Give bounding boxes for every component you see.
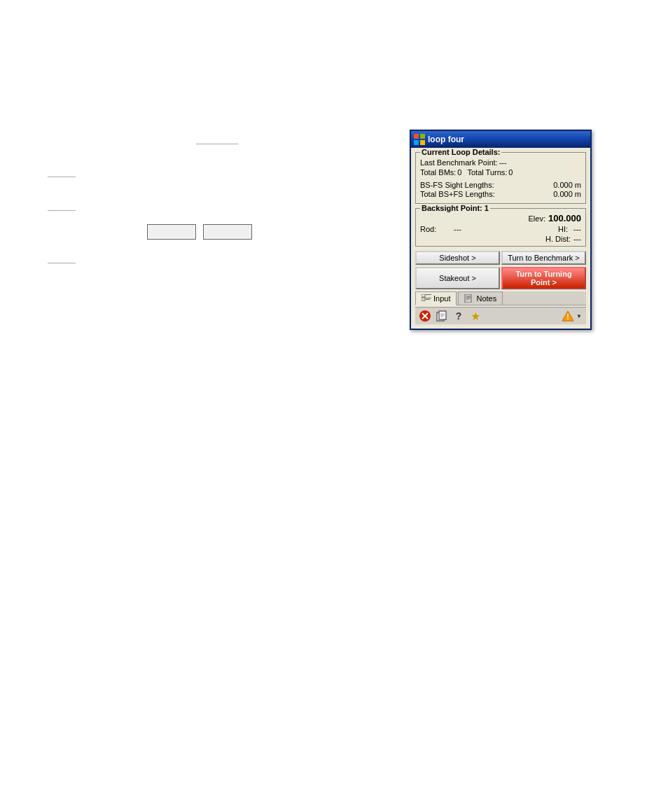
alert-toolbar-icon[interactable]: ! bbox=[561, 309, 575, 323]
main-window: loop four Current Loop Details: Last Ben… bbox=[410, 130, 592, 330]
window-body: Current Loop Details: Last Benchmark Poi… bbox=[411, 148, 590, 329]
close-toolbar-icon[interactable] bbox=[418, 309, 432, 323]
titlebar: loop four bbox=[411, 131, 590, 148]
svg-rect-9 bbox=[465, 294, 471, 303]
input-tab-icon bbox=[422, 294, 431, 303]
tab-input[interactable]: Input bbox=[415, 291, 457, 305]
svg-rect-8 bbox=[426, 299, 430, 300]
bs-fs-value: 0.000 m bbox=[553, 181, 581, 189]
last-bm-value: --- bbox=[499, 158, 507, 167]
copy-toolbar-icon[interactable] bbox=[435, 309, 449, 323]
background-page: ——— bbox=[0, 0, 668, 812]
notes-tab-label: Notes bbox=[476, 294, 496, 303]
svg-rect-4 bbox=[422, 294, 425, 297]
star-icon-label: ★ bbox=[471, 310, 480, 323]
rod-label: Rod: bbox=[420, 225, 448, 233]
window-title: loop four bbox=[428, 135, 587, 144]
input-tab-label: Input bbox=[433, 294, 450, 303]
turn-to-benchmark-button[interactable]: Turn to Benchmark > bbox=[501, 251, 586, 265]
current-loop-content: Last Benchmark Point: --- Total BMs: 0 T… bbox=[420, 158, 581, 198]
bottom-toolbar: ? ★ ! ▼ bbox=[415, 307, 586, 324]
current-loop-title: Current Loop Details: bbox=[420, 148, 501, 156]
last-bm-label: Last Benchmark Point: bbox=[420, 158, 498, 167]
action-row-2: Stakeout > Turn to Turning Point > bbox=[415, 267, 586, 289]
elev-label: Elev: bbox=[529, 214, 545, 223]
svg-rect-1 bbox=[420, 134, 425, 139]
bg-underline-1 bbox=[196, 144, 238, 144]
help-icon-label: ? bbox=[456, 310, 462, 322]
total-turns-value: 0 bbox=[508, 168, 513, 177]
total-bs-fs-row: Total BS+FS Lengths: 0.000 m bbox=[420, 190, 581, 198]
bg-button-2[interactable] bbox=[203, 224, 252, 240]
bs-fs-sight-row: BS-FS Sight Lengths: 0.000 m bbox=[420, 181, 581, 189]
svg-rect-0 bbox=[414, 134, 419, 139]
toolbar-right-section: ! ▼ bbox=[561, 309, 583, 323]
hi-label: HI: bbox=[547, 225, 568, 233]
action-row-1: Sideshot > Turn to Benchmark > bbox=[415, 251, 586, 265]
notes-tab-icon bbox=[464, 294, 474, 303]
hi-value: --- bbox=[573, 225, 581, 233]
tab-notes[interactable]: Notes bbox=[458, 291, 503, 305]
total-bs-fs-value: 0.000 m bbox=[553, 190, 581, 198]
bs-fs-label: BS-FS Sight Lengths: bbox=[420, 181, 494, 189]
last-bm-row: Last Benchmark Point: --- bbox=[420, 158, 581, 167]
total-bs-fs-label: Total BS+FS Lengths: bbox=[420, 190, 495, 198]
svg-text:!: ! bbox=[566, 313, 569, 321]
tabs-bar: Input Notes bbox=[415, 291, 586, 305]
current-loop-details-group: Current Loop Details: Last Benchmark Poi… bbox=[415, 152, 586, 204]
backsight-point-group: Backsight Point: 1 Elev: 100.000 Rod: --… bbox=[415, 208, 586, 247]
bg-text-1: ——— bbox=[48, 172, 71, 180]
stakeout-button[interactable]: Stakeout > bbox=[415, 267, 500, 289]
total-bms-label: Total BMs: bbox=[420, 168, 456, 177]
h-dist-value: --- bbox=[573, 235, 581, 243]
h-dist-row: H. Dist: --- bbox=[420, 235, 581, 243]
svg-rect-2 bbox=[414, 140, 419, 145]
dropdown-arrow-icon[interactable]: ▼ bbox=[575, 309, 583, 323]
backsight-content: Elev: 100.000 Rod: --- HI: --- H. Dist: … bbox=[420, 213, 581, 243]
help-toolbar-icon[interactable]: ? bbox=[452, 309, 466, 323]
bg-underline-4 bbox=[48, 210, 76, 211]
bg-underline-3 bbox=[48, 263, 76, 263]
svg-rect-3 bbox=[420, 140, 425, 145]
elev-value: 100.000 bbox=[548, 213, 581, 223]
total-turns-label: Total Turns: bbox=[467, 168, 507, 177]
svg-rect-6 bbox=[422, 298, 425, 301]
star-toolbar-icon[interactable]: ★ bbox=[468, 309, 482, 323]
turn-to-turning-point-button[interactable]: Turn to Turning Point > bbox=[501, 267, 586, 289]
bg-button-1[interactable] bbox=[147, 224, 196, 240]
rod-value: --- bbox=[454, 225, 461, 233]
svg-rect-7 bbox=[426, 298, 431, 298]
winxp-logo-icon bbox=[414, 134, 425, 145]
total-bms-value: 0 bbox=[457, 168, 461, 177]
rod-hi-row: Rod: --- HI: --- bbox=[420, 225, 581, 233]
svg-rect-5 bbox=[426, 294, 431, 295]
backsight-group-title: Backsight Point: 1 bbox=[420, 204, 490, 212]
sideshot-button[interactable]: Sideshot > bbox=[415, 251, 500, 265]
bg-underline-2 bbox=[48, 177, 76, 177]
elev-row: Elev: 100.000 bbox=[420, 213, 581, 223]
h-dist-label: H. Dist: bbox=[545, 235, 571, 243]
totals-row: Total BMs: 0 Total Turns: 0 bbox=[420, 168, 581, 177]
